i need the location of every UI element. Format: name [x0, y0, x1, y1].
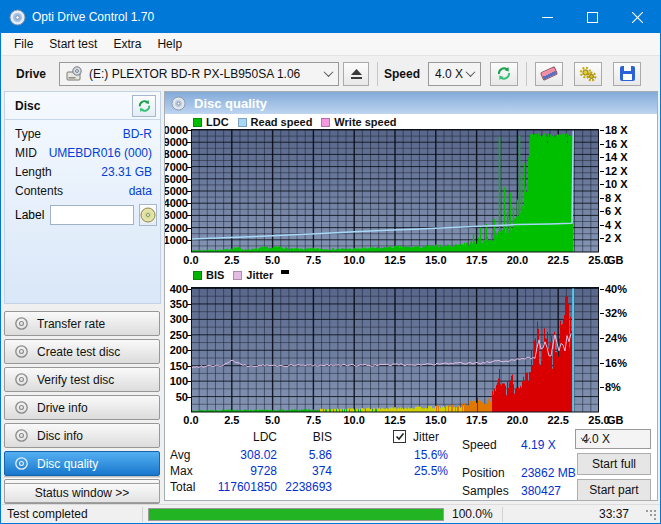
max-bis: 374	[285, 464, 332, 478]
panel-title: Disc quality	[194, 96, 267, 111]
resize-grip[interactable]	[645, 509, 657, 521]
status-text: Test completed	[7, 507, 88, 522]
axis-tick	[600, 184, 604, 185]
settings-button[interactable]	[574, 62, 602, 86]
disc-icon	[15, 429, 28, 442]
maximize-button[interactable]	[570, 1, 615, 33]
speed-label: Speed	[384, 67, 420, 81]
drive-select-value: (E:) PLEXTOR BD-R PX-LB950SA 1.06	[89, 67, 300, 81]
menu-item-help[interactable]: Help	[149, 34, 190, 54]
x-axis-label: 20.0	[507, 254, 528, 267]
x-axis-label: 15.0	[425, 414, 446, 427]
y-axis-label: 150	[165, 361, 188, 372]
start-full-button[interactable]: Start full	[577, 453, 651, 475]
chevron-down-icon	[466, 67, 476, 77]
row-label: Max	[170, 464, 193, 478]
sidebar-item-disc-quality[interactable]: Disc quality	[4, 451, 160, 476]
sidebar-item-drive-info[interactable]: Drive info	[4, 395, 160, 420]
disc-icon	[15, 373, 28, 386]
speed-stat-value: 4.19 X	[521, 438, 556, 452]
drive-select[interactable]: (E:) PLEXTOR BD-R PX-LB950SA 1.06	[59, 62, 339, 86]
axis-tick	[187, 319, 191, 320]
axis-tick	[187, 304, 191, 305]
y-axis-label: 5000	[165, 186, 188, 197]
x-axis-label: 0.0	[183, 414, 198, 427]
y-axis-label-right: 40%	[605, 284, 651, 295]
sidebar-item-verify-test-disc[interactable]: Verify test disc	[4, 367, 160, 392]
chart2-legend: BISJitter	[193, 269, 289, 281]
main-panel: Disc quality LDCRead speedWrite speed 10…	[164, 91, 658, 501]
y-axis-label: 6000	[165, 174, 188, 185]
titlebar: Opti Drive Control 1.70	[1, 1, 660, 33]
menu-item-file[interactable]: File	[6, 34, 41, 54]
axis-tick	[187, 381, 191, 382]
y-axis-label-right: 2 X	[605, 233, 651, 244]
disc-info-row: MIDUMEBDR016 (000)	[5, 143, 160, 162]
legend-swatch-read-speed	[238, 118, 247, 127]
axis-tick	[600, 171, 604, 172]
y-axis-label-right: 12 X	[605, 166, 651, 177]
y-axis-label: 300	[165, 314, 188, 325]
avg-ldc: 308.02	[195, 448, 277, 462]
jitter-checkbox[interactable]	[393, 430, 406, 443]
axis-tick	[187, 142, 191, 143]
write-label-button[interactable]	[139, 204, 157, 226]
col-header-bis: BIS	[285, 430, 332, 444]
minimize-button[interactable]	[525, 1, 570, 33]
disc-info-panel: Disc TypeBD-RMIDUMEBDR016 (000)Length23.…	[4, 91, 161, 304]
info-label: Contents	[15, 184, 63, 198]
sidebar-item-label: Disc quality	[37, 457, 98, 471]
sidebar-item-label: Drive info	[37, 401, 88, 415]
refresh-button[interactable]	[490, 62, 518, 86]
refresh-icon	[496, 66, 512, 81]
label-field-label: Label	[15, 208, 44, 222]
legend-label: Read speed	[251, 116, 313, 128]
panel-header: Disc quality	[165, 92, 657, 114]
y-axis-label: 200	[165, 345, 188, 356]
save-button[interactable]	[613, 62, 641, 86]
axis-tick	[600, 313, 604, 314]
x-axis-label: 5.0	[265, 254, 280, 267]
y-axis-label-right: 14 X	[605, 152, 651, 163]
y-axis-label: 2000	[165, 223, 188, 234]
info-value: 23.31 GB	[101, 165, 152, 179]
close-button[interactable]	[615, 1, 660, 33]
info-value: BD-R	[123, 127, 152, 141]
disc-refresh-button[interactable]	[132, 95, 156, 117]
y-axis-label-right: 18 X	[605, 125, 651, 136]
y-axis-label: 1000	[165, 235, 188, 246]
position-stat-label: Position	[462, 466, 505, 480]
sidebar-item-transfer-rate[interactable]: Transfer rate	[4, 311, 160, 336]
y-axis-label-right: 4 X	[605, 220, 651, 231]
legend-label: BIS	[206, 269, 224, 281]
axis-tick	[187, 215, 191, 216]
y-axis-label: 10000	[165, 125, 188, 136]
speed-stat-label: Speed	[462, 438, 497, 452]
test-speed-select[interactable]: 4.0 X	[575, 429, 651, 449]
legend-swatch-jitter	[233, 271, 242, 280]
row-label: Total	[170, 480, 195, 494]
x-axis-label: 7.5	[306, 254, 321, 267]
axis-tick	[187, 167, 191, 168]
y-axis-label-right: 32%	[605, 308, 651, 319]
menu-item-start-test[interactable]: Start test	[41, 34, 105, 54]
disc-panel-title: Disc	[15, 99, 40, 113]
y-axis-label: 4000	[165, 198, 188, 209]
legend-swatch-write-speed	[321, 118, 330, 127]
sidebar-item-create-test-disc[interactable]: Create test disc	[4, 339, 160, 364]
label-input[interactable]	[50, 205, 134, 225]
start-part-button[interactable]: Start part	[577, 479, 651, 501]
axis-tick	[600, 198, 604, 199]
status-window-button[interactable]: Status window >>	[4, 483, 160, 503]
axis-tick	[187, 228, 191, 229]
sidebar-item-disc-info[interactable]: Disc info	[4, 423, 160, 448]
disc-icon	[140, 207, 156, 223]
chart1: 1000090008000700060005000400030002000100…	[165, 129, 657, 253]
window-title: Opti Drive Control 1.70	[32, 10, 154, 24]
erase-disc-button[interactable]	[535, 62, 563, 86]
eject-button[interactable]	[343, 62, 369, 86]
menu-item-extra[interactable]: Extra	[105, 34, 149, 54]
speed-select[interactable]: 4.0 X	[428, 62, 481, 86]
x-axis-label: 17.5	[466, 254, 487, 267]
x-axis-unit: GB	[607, 414, 624, 427]
